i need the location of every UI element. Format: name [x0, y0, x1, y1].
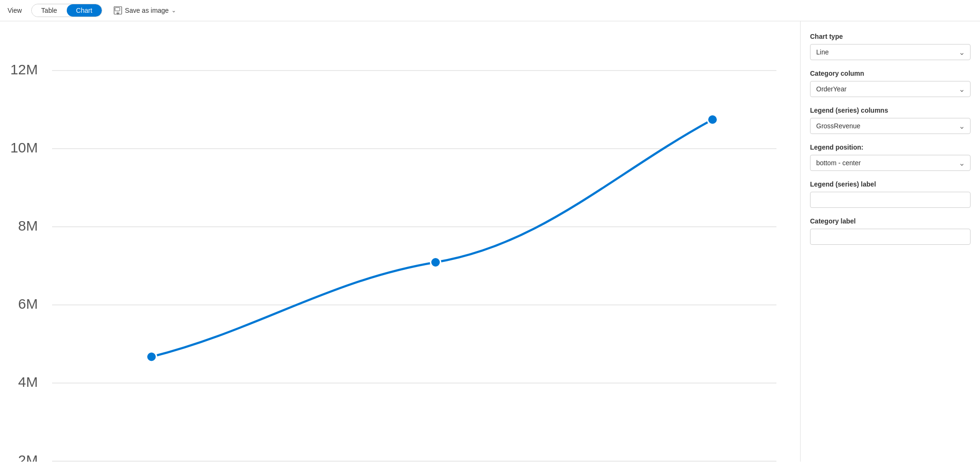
legend-series-columns-select-wrapper: GrossRevenue: [810, 118, 971, 134]
legend-position-select[interactable]: bottom - center top - center left right: [810, 155, 971, 171]
chart-type-select[interactable]: Line Bar Column Pie: [810, 44, 971, 60]
y-label-4m: 4M: [18, 374, 38, 390]
chart-area: 12M 10M 8M 6M 4M 2M: [0, 21, 800, 462]
category-label-label: Category label: [810, 217, 971, 225]
chart-view-button[interactable]: Chart: [67, 4, 102, 17]
data-point-2019[interactable]: [147, 352, 157, 362]
category-column-select[interactable]: OrderYear: [810, 81, 971, 97]
table-view-button[interactable]: Table: [32, 4, 66, 17]
y-label-8m: 8M: [18, 218, 38, 233]
chart-type-section: Chart type Line Bar Column Pie: [810, 33, 971, 60]
data-point-2020[interactable]: [431, 258, 441, 268]
save-image-icon: [114, 6, 122, 15]
save-image-button[interactable]: Save as image ⌄: [110, 4, 180, 17]
save-image-chevron-icon: ⌄: [171, 7, 176, 14]
chart-type-label: Chart type: [810, 33, 971, 40]
toolbar: View Table Chart Save as image ⌄: [0, 0, 980, 21]
y-label-12m: 12M: [10, 62, 38, 77]
line-path: [151, 120, 713, 357]
y-label-2m: 2M: [18, 452, 38, 462]
legend-position-select-wrapper: bottom - center top - center left right: [810, 155, 971, 171]
category-label-input[interactable]: [810, 229, 971, 245]
legend-series-label-section: Legend (series) label: [810, 180, 971, 208]
category-label-section: Category label: [810, 217, 971, 245]
chart-container: 12M 10M 8M 6M 4M 2M: [9, 31, 791, 462]
legend-series-columns-select[interactable]: GrossRevenue: [810, 118, 971, 134]
data-point-2021[interactable]: [708, 115, 718, 125]
svg-rect-1: [115, 8, 120, 11]
right-panel: Chart type Line Bar Column Pie Category …: [800, 21, 980, 462]
y-label-6m: 6M: [18, 296, 38, 312]
legend-series-columns-section: Legend (series) columns GrossRevenue: [810, 107, 971, 134]
y-label-10m: 10M: [10, 140, 38, 155]
legend-series-label-label: Legend (series) label: [810, 180, 971, 188]
legend-series-label-input[interactable]: [810, 192, 971, 208]
legend-position-label: Legend position:: [810, 143, 971, 151]
category-column-select-wrapper: OrderYear: [810, 81, 971, 97]
chart-type-select-wrapper: Line Bar Column Pie: [810, 44, 971, 60]
legend-series-columns-label: Legend (series) columns: [810, 107, 971, 114]
view-label: View: [8, 7, 22, 14]
main-content: 12M 10M 8M 6M 4M 2M: [0, 21, 980, 462]
view-toggle-group: Table Chart: [31, 4, 102, 17]
save-image-label: Save as image: [125, 7, 169, 14]
legend-position-section: Legend position: bottom - center top - c…: [810, 143, 971, 171]
category-column-section: Category column OrderYear: [810, 70, 971, 97]
line-chart-svg: 12M 10M 8M 6M 4M 2M: [9, 31, 791, 462]
category-column-label: Category column: [810, 70, 971, 77]
